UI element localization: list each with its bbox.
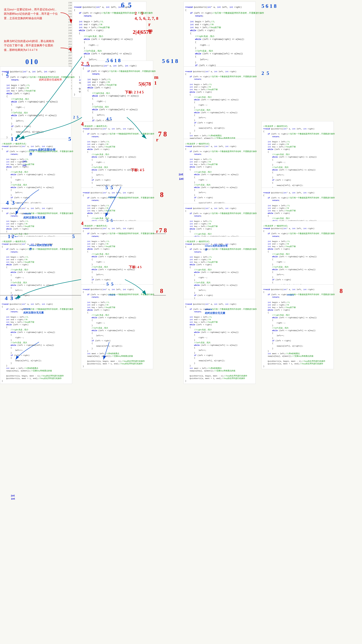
annotation-p3-return-right: return [108, 293, 115, 297]
hw-55-s3: 5 5 [105, 185, 113, 190]
hw-subscript-p2: 下标: 4 5 [129, 265, 142, 269]
code-block-p3-right: =>void QuickSort1(int* a, int left, int … [81, 284, 153, 369]
annotation-return-empty: return此时左部分无元素 [23, 212, 45, 220]
annotation-p3-empty: return此时左部分无元素 [23, 307, 44, 314]
int-label-left-2: int [22, 164, 27, 167]
hw-65-top: 6 5 [121, 1, 132, 9]
annotation-p2-sorted: return 此时左部分有序 [29, 243, 52, 251]
hw-r-s2: r [156, 137, 159, 143]
annotation-return-s3-right: return [108, 195, 116, 199]
hw-78-s2: 7 8 [158, 130, 167, 138]
hw-25-mid: 2 5 [81, 60, 89, 67]
int-label-lower-2: int [11, 498, 15, 500]
hw-12-s2-left: 1 2← [11, 136, 23, 142]
hw-55-p2: 5 5 [106, 218, 113, 223]
hw-sequence-col2-top: 5 6 1 8 [261, 3, 277, 9]
hw-5-s2: 5 [68, 136, 71, 142]
hw-25-s2-label: 4 5 [106, 116, 112, 121]
hw-43-p3: 4 3 <- [5, 295, 19, 302]
int-label-lower-1: int [11, 494, 15, 497]
hw-25-s2-center: 2 5 [73, 115, 78, 120]
hw-43-s3: 4 3 ←. [6, 199, 23, 206]
hw-8-col2-p3: 8 [340, 287, 343, 294]
code-block-col2-p3-right: =>void QuickSort1(int* a, int left, int … [261, 284, 334, 369]
hw-partition-mid-right: 5|6|78 [139, 81, 151, 87]
int-label-col2-1: int [179, 173, 183, 176]
hw-25-col2-mid: 2 5 [261, 70, 269, 76]
hw-partition-top: 2|4|6578 [133, 29, 152, 35]
annotation-col2-p3-return-right: return [287, 293, 294, 297]
main-container: =>void QuickSort1(int* a, int left, int … [0, 0, 362, 644]
hw-sequence-mid-right: .5 6 1 8 [105, 58, 121, 64]
annotation-col2-p2-return: return 此时左部分有序 [205, 244, 228, 252]
hw-m-mid-right: m1 [154, 74, 159, 86]
int-label-left-1: int [22, 160, 27, 163]
annotation-keyi-note: 这儿keyi一定要记住left，而不是记住a[left]， 因为那样keyi记住… [4, 8, 62, 20]
hw-4-s2: 4 [81, 121, 84, 127]
hw-subscript-2: 下标: 4 5 [131, 168, 144, 172]
annotation-left-sorted: 此时左部分完成有序 [39, 78, 62, 82]
annotation-return-sorted: return 此时左部分有序 [29, 148, 56, 156]
hw-sequence-top: 2 5 4, 5, 6, 2, 7, 8 [135, 11, 158, 21]
hw-12-p2: 1 2← [8, 234, 19, 240]
int-label-col2-2: int [179, 178, 184, 180]
hw-sequence-far-right: 5 6 1 8 [162, 58, 178, 64]
hw-0l0: 0 l 0 [25, 58, 38, 66]
code-block-col2-mid: =>void QuickSort1(int* a, int left, int … [183, 66, 256, 151]
hw-78-p2: 7 8 [159, 227, 167, 234]
hw-2-mid-left: 2 [6, 70, 9, 77]
hw-8-p3: 8 [160, 287, 163, 294]
hw-55-p3-right: 5 5 [106, 282, 113, 287]
annotation-aleft-note: 如果当时记住的是a[left]的话，那么就相当 于记住了那个值，而不是交换两个位… [4, 39, 64, 52]
hw-8-s3: 8 [160, 190, 164, 199]
hw-r-p2-right: r [156, 229, 158, 234]
hw-4-p2-right: 4 [81, 220, 84, 226]
hw-subscript-1: 下标: 2 3 4 5 [125, 90, 144, 94]
hw-5-p2-center: 5 [72, 234, 75, 240]
annotation-col2-p3-return-left: return此时左部分无元素 [205, 307, 225, 315]
